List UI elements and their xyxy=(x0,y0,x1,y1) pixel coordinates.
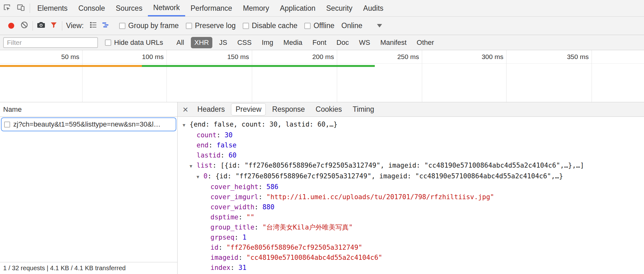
property-value: {end: false, count: 30, lastid: 60,…} xyxy=(190,121,337,128)
timeline-activity-bar xyxy=(0,65,142,67)
inspect-element-button[interactable] xyxy=(0,1,14,15)
disable-cache-checkbox-group[interactable]: Disable cache xyxy=(243,21,297,30)
property-value: 880 xyxy=(262,203,274,211)
use-request-rows-button[interactable] xyxy=(87,20,100,32)
detail-tab-response[interactable]: Response xyxy=(268,103,309,116)
timeline-overview[interactable]: 50 ms100 ms150 ms200 ms250 ms300 ms350 m… xyxy=(0,50,644,102)
offline-checkbox[interactable] xyxy=(304,23,311,29)
filter-type-ws[interactable]: WS xyxy=(355,37,374,48)
show-waterfall-button[interactable] xyxy=(100,20,112,32)
filter-type-media[interactable]: Media xyxy=(280,37,306,48)
property-value: : xyxy=(254,203,262,211)
tab-elements[interactable]: Elements xyxy=(32,0,73,16)
request-row[interactable]: zj?ch=beauty&t1=595&listtype=new&sn=30&l… xyxy=(1,117,176,131)
filter-input[interactable] xyxy=(3,37,98,48)
tree-row[interactable]: count: 30 xyxy=(178,130,644,140)
hide-data-urls-checkbox[interactable] xyxy=(105,39,111,46)
toolbar-separator xyxy=(30,3,30,13)
tree-row[interactable]: ▼{end: false, count: 30, lastid: 60,…} xyxy=(178,119,644,130)
tree-row[interactable]: group_title: "台湾美女Kila户外唯美写真" xyxy=(178,222,644,232)
offline-checkbox-group[interactable]: Offline xyxy=(304,21,334,30)
property-value: : xyxy=(218,244,226,251)
tab-network[interactable]: Network xyxy=(148,0,185,16)
filter-type-doc[interactable]: Doc xyxy=(333,37,352,48)
timeline-gridline xyxy=(422,50,422,102)
disclosure-triangle-icon[interactable]: ▼ xyxy=(197,172,204,182)
tab-security[interactable]: Security xyxy=(321,0,358,16)
tree-row[interactable]: cover_imgurl: "http://i1.umei.cc/uploads… xyxy=(178,192,644,202)
filter-type-css[interactable]: CSS xyxy=(234,37,255,48)
request-table-header[interactable]: Name xyxy=(0,102,177,117)
throttling-value: Online xyxy=(341,21,362,30)
tab-memory[interactable]: Memory xyxy=(238,0,275,16)
disclosure-triangle-icon[interactable]: ▼ xyxy=(190,161,197,171)
preserve-log-label: Preserve log xyxy=(195,21,236,30)
filter-type-font[interactable]: Font xyxy=(309,37,330,48)
request-rows-icon xyxy=(89,21,97,31)
request-icon xyxy=(4,122,10,128)
group-by-frame-checkbox[interactable] xyxy=(119,23,125,29)
network-toolbar: View: Group by framePreserve logDisable … xyxy=(0,17,644,35)
tab-application[interactable]: Application xyxy=(275,0,321,16)
disclosure-triangle-icon[interactable]: ▼ xyxy=(183,120,190,130)
tab-performance[interactable]: Performance xyxy=(185,0,238,16)
timeline-tick-label: 350 ms xyxy=(567,53,589,61)
tree-row[interactable]: lastid: 60 xyxy=(178,150,644,160)
device-toolbar-button[interactable] xyxy=(14,1,28,15)
detail-tab-cookies[interactable]: Cookies xyxy=(311,103,346,116)
tree-row[interactable]: cover_width: 880 xyxy=(178,202,644,212)
filter-type-img[interactable]: Img xyxy=(258,37,277,48)
filter-type-xhr[interactable]: XHR xyxy=(191,37,212,48)
toolbar-separator xyxy=(62,21,62,31)
record-button[interactable] xyxy=(8,23,14,29)
preserve-log-checkbox-group[interactable]: Preserve log xyxy=(186,21,236,30)
timeline-tick-label: 100 ms xyxy=(142,53,164,61)
tree-row[interactable]: ▼0: {id: "ff276e8056f58896e7cf92505a3127… xyxy=(178,171,644,182)
property-value: 30 xyxy=(225,131,233,139)
filter-type-other[interactable]: Other xyxy=(413,37,438,48)
filter-type-manifest[interactable]: Manifest xyxy=(377,37,410,48)
property-value: 31 xyxy=(239,264,246,271)
filter-toggle-button[interactable] xyxy=(47,20,60,32)
request-detail-panel: × HeadersPreviewResponseCookiesTiming ▼{… xyxy=(178,102,644,274)
group-by-frame-checkbox-group[interactable]: Group by frame xyxy=(119,21,179,30)
clear-button[interactable] xyxy=(18,20,31,32)
property-value: : xyxy=(239,254,246,261)
filter-funnel-icon xyxy=(50,21,58,31)
property-value: : xyxy=(239,213,246,221)
name-column-header[interactable]: Name xyxy=(3,105,22,114)
hide-data-urls-checkbox-group[interactable]: Hide data URLs xyxy=(105,39,163,47)
tree-row[interactable]: ▼list: [{id: "ff276e8056f58896e7cf92505a… xyxy=(178,160,644,171)
property-name: grpseq xyxy=(210,234,234,241)
tree-row[interactable]: grpseq: 1 xyxy=(178,232,644,242)
group-by-frame-label: Group by frame xyxy=(128,21,179,30)
toolbar-separator xyxy=(33,21,33,31)
tab-sources[interactable]: Sources xyxy=(110,0,148,16)
timeline-gridline xyxy=(506,50,507,102)
tab-audits[interactable]: Audits xyxy=(358,0,389,16)
tree-row[interactable]: id: "ff276e8056f58896e7cf92505a312749" xyxy=(178,242,644,253)
property-name: index xyxy=(210,264,230,271)
detail-tab-timing[interactable]: Timing xyxy=(348,103,379,116)
tree-row[interactable]: index: 31 xyxy=(178,263,644,273)
capture-screenshots-button[interactable] xyxy=(35,20,47,32)
filter-type-js[interactable]: JS xyxy=(216,37,231,48)
close-icon[interactable]: × xyxy=(179,105,192,114)
main-tabbar-tabs: ElementsConsoleSourcesNetworkPerformance… xyxy=(32,0,389,16)
detail-tab-preview[interactable]: Preview xyxy=(231,103,266,116)
property-value: : xyxy=(258,183,266,191)
throttling-select[interactable]: Online xyxy=(341,21,382,30)
timeline-tick-label: 200 ms xyxy=(312,53,334,61)
tree-row[interactable]: end: false xyxy=(178,140,644,150)
filter-type-all[interactable]: All xyxy=(173,37,187,48)
tree-row[interactable]: cover_height: 586 xyxy=(178,182,644,192)
property-name: cover_height xyxy=(210,183,258,191)
property-name: cover_width xyxy=(210,203,254,211)
tree-row[interactable]: imageid: "cc48190e57100864abc4d55a2c4104… xyxy=(178,253,644,263)
detail-tab-headers[interactable]: Headers xyxy=(193,103,229,116)
tab-console[interactable]: Console xyxy=(73,0,110,16)
timeline-tick-label: 300 ms xyxy=(482,53,503,61)
preserve-log-checkbox[interactable] xyxy=(186,23,192,29)
tree-row[interactable]: dsptime: "" xyxy=(178,212,644,222)
disable-cache-checkbox[interactable] xyxy=(243,23,249,29)
